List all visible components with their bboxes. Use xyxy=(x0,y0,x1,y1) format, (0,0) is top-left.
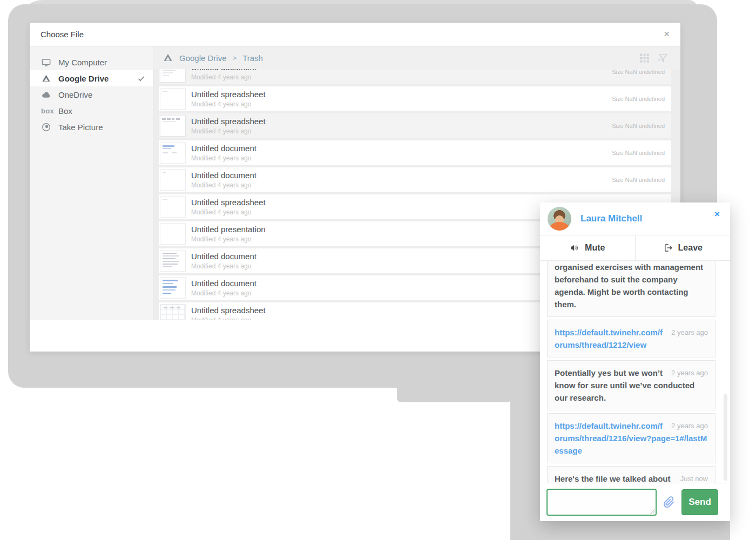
leave-icon xyxy=(663,243,673,253)
file-thumbnail xyxy=(160,223,186,245)
file-thumbnail xyxy=(160,277,186,299)
sidebar-item-label: Take Picture xyxy=(58,123,103,132)
cloud-icon xyxy=(41,90,51,100)
device-frame-sliver xyxy=(397,378,511,402)
file-thumbnail xyxy=(160,88,186,110)
file-thumbnail xyxy=(160,142,186,164)
dialog-title: Choose File xyxy=(30,30,84,39)
close-icon[interactable]: × xyxy=(662,27,672,41)
file-size: Size NaN undefined xyxy=(612,150,665,156)
grid-view-icon[interactable] xyxy=(639,52,650,64)
chat-contact-name: Laura Mitchell xyxy=(580,213,642,224)
chat-header: Laura Mitchell × xyxy=(540,202,730,235)
camera-icon xyxy=(41,122,51,132)
file-thumbnail xyxy=(160,250,186,272)
send-button[interactable]: Send xyxy=(681,489,718,515)
avatar xyxy=(548,207,571,231)
file-size: Size NaN undefined xyxy=(612,69,665,75)
file-thumbnail xyxy=(160,196,186,218)
breadcrumb-separator: > xyxy=(233,54,237,62)
breadcrumb-current[interactable]: Trash xyxy=(242,53,263,63)
file-modified: Modified 4 years ago xyxy=(191,127,612,135)
file-row[interactable]: Untitled spreadsheetModified 4 years ago… xyxy=(159,86,671,111)
sidebar-item-google-drive[interactable]: Google Drive xyxy=(30,70,153,86)
chat-panel: Laura Mitchell × Mute Leave organised ex… xyxy=(540,202,730,521)
message-link[interactable]: https://default.twinehr.com/forums/threa… xyxy=(555,328,663,349)
mute-label: Mute xyxy=(585,243,605,253)
box-logo: box xyxy=(41,107,51,115)
file-row[interactable]: Untitled documentModified 4 years ago Si… xyxy=(159,69,671,84)
file-row[interactable]: Untitled documentModified 4 years ago Si… xyxy=(159,167,671,192)
filter-icon[interactable] xyxy=(657,52,669,64)
file-title: Untitled document xyxy=(191,171,612,180)
sidebar-item-label: Google Drive xyxy=(58,74,109,83)
sidebar-item-label: Box xyxy=(58,106,72,116)
leave-label: Leave xyxy=(678,243,703,253)
sidebar-item-my-computer[interactable]: My Computer xyxy=(30,54,153,70)
message-timestamp: 2 years ago xyxy=(671,326,708,339)
dialog-header: Choose File × xyxy=(30,23,680,46)
file-size: Size NaN undefined xyxy=(612,123,665,129)
chat-message-list: organised exercises with management befo… xyxy=(540,261,730,483)
google-drive-icon xyxy=(163,52,173,63)
message-text: Here's the file we talked about earlier,… xyxy=(555,474,670,483)
mute-button[interactable]: Mute xyxy=(540,235,635,260)
file-row[interactable]: Untitled documentModified 4 years ago Si… xyxy=(159,140,671,165)
close-icon[interactable]: × xyxy=(712,208,722,221)
file-title: Untitled document xyxy=(191,144,612,153)
chat-message-link: 2 years ago https://default.twinehr.com/… xyxy=(547,413,716,463)
paperclip-icon[interactable] xyxy=(657,496,681,508)
file-title: Untitled spreadsheet xyxy=(191,117,612,126)
file-row[interactable]: Untitled spreadsheetModified 4 years ago… xyxy=(159,113,671,138)
message-timestamp: Just now xyxy=(680,473,708,483)
sidebar-item-take-picture[interactable]: Take Picture xyxy=(30,119,153,135)
sidebar-item-onedrive[interactable]: OneDrive xyxy=(30,86,153,103)
file-title: Untitled spreadsheet xyxy=(191,90,612,99)
file-title: Untitled document xyxy=(191,69,612,72)
file-modified: Modified 4 years ago xyxy=(191,181,612,189)
sidebar-item-box[interactable]: box Box xyxy=(30,103,153,119)
google-drive-icon xyxy=(41,73,51,84)
breadcrumb: Google Drive > Trash xyxy=(153,46,680,69)
file-size: Size NaN undefined xyxy=(612,96,665,102)
file-modified: Modified 4 years ago xyxy=(191,73,612,81)
file-thumbnail xyxy=(160,304,186,320)
sidebar-item-label: My Computer xyxy=(58,58,107,67)
message-text: organised exercises with management befo… xyxy=(555,262,703,309)
message-input[interactable] xyxy=(546,489,657,516)
speaker-icon xyxy=(570,243,579,253)
file-thumbnail xyxy=(160,115,186,137)
sidebar-item-label: OneDrive xyxy=(58,90,92,99)
file-source-sidebar: My Computer Google Drive OneDrive box Bo… xyxy=(30,46,153,320)
file-modified: Modified 4 years ago xyxy=(191,154,612,162)
chat-composer: Send xyxy=(540,483,730,521)
file-thumbnail xyxy=(160,69,186,83)
scrollbar-thumb[interactable] xyxy=(724,394,727,481)
chat-message: 2 years ago Potentially yes but we won’t… xyxy=(547,360,716,410)
message-timestamp: 2 years ago xyxy=(671,420,708,432)
breadcrumb-root[interactable]: Google Drive xyxy=(179,53,227,63)
chat-message: Just now Here's the file we talked about… xyxy=(547,466,716,483)
chat-message: organised exercises with management befo… xyxy=(547,261,716,317)
file-size: Size NaN undefined xyxy=(612,177,665,183)
monitor-icon xyxy=(41,57,51,68)
message-timestamp: 2 years ago xyxy=(671,367,708,379)
file-thumbnail xyxy=(160,169,186,191)
check-icon xyxy=(137,75,145,83)
leave-button[interactable]: Leave xyxy=(635,235,731,260)
chat-message-link: 2 years ago https://default.twinehr.com/… xyxy=(547,320,716,357)
file-modified: Modified 4 years ago xyxy=(191,100,612,108)
